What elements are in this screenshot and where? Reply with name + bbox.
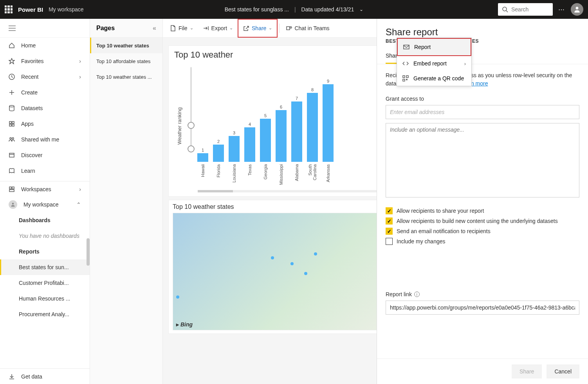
nav-discover[interactable]: Discover bbox=[0, 147, 90, 163]
svg-rect-28 bbox=[406, 79, 407, 80]
email-input[interactable] bbox=[386, 105, 579, 119]
discover-icon bbox=[9, 152, 15, 158]
svg-rect-24 bbox=[404, 45, 409, 49]
y-axis-label: Weather ranking bbox=[174, 63, 185, 188]
bar[interactable]: 4Texas bbox=[243, 122, 256, 162]
file-icon bbox=[170, 25, 176, 31]
export-button[interactable]: Export⌄ bbox=[198, 19, 238, 38]
report-item[interactable]: Procurement Analy... bbox=[0, 306, 90, 322]
bar-category-label: Arkansas bbox=[326, 164, 330, 188]
svg-point-9 bbox=[9, 105, 14, 107]
chevron-up-icon: ⌃ bbox=[76, 201, 81, 208]
bar[interactable]: 3Louisiana bbox=[228, 130, 240, 162]
map-point bbox=[290, 262, 294, 265]
chevron-down-icon[interactable]: ⌄ bbox=[359, 7, 363, 12]
chevron-down-icon: ⌄ bbox=[190, 25, 193, 31]
embed-report-option[interactable]: Embed report› bbox=[397, 56, 471, 71]
bar-value-label: 8 bbox=[311, 87, 314, 92]
map-point bbox=[271, 256, 274, 259]
hamburger-button[interactable] bbox=[0, 19, 90, 38]
bar[interactable]: 9Arkansas bbox=[322, 79, 334, 162]
nav-shared[interactable]: Shared with me bbox=[0, 132, 90, 147]
bar-value-label: 2 bbox=[217, 139, 220, 144]
get-data-icon bbox=[9, 373, 15, 380]
checkbox[interactable] bbox=[386, 207, 393, 214]
info-icon[interactable]: i bbox=[414, 292, 420, 297]
collapse-pages-icon[interactable]: « bbox=[153, 25, 156, 32]
search-input[interactable] bbox=[511, 6, 543, 13]
bar[interactable]: 6Mississippi bbox=[275, 105, 287, 162]
svg-point-23 bbox=[290, 27, 292, 28]
app-header: Power BI My workspace Best states for su… bbox=[0, 0, 588, 19]
workspace-label[interactable]: My workspace bbox=[49, 6, 83, 13]
search-box[interactable] bbox=[498, 3, 553, 16]
nav-favorites[interactable]: Favorites› bbox=[0, 53, 90, 69]
page-tab[interactable]: Top 10 weather states ... bbox=[90, 69, 162, 85]
share-dropdown: Report Embed report› Generate a QR code bbox=[397, 38, 472, 86]
svg-point-14 bbox=[10, 138, 11, 139]
separator bbox=[279, 24, 280, 33]
chart-slider[interactable] bbox=[185, 63, 197, 188]
nav-home[interactable]: Home bbox=[0, 38, 90, 53]
page-tab[interactable]: Top 10 affordable states bbox=[90, 53, 162, 69]
more-icon[interactable]: ⋯ bbox=[558, 6, 565, 13]
home-icon bbox=[9, 42, 15, 49]
svg-point-15 bbox=[12, 138, 14, 139]
nav-workspaces[interactable]: Workspaces› bbox=[0, 181, 90, 197]
data-updated-label[interactable]: Data updated 4/13/21 bbox=[301, 6, 354, 13]
nav-learn[interactable]: Learn bbox=[0, 163, 90, 179]
report-item[interactable]: Human Resources ... bbox=[0, 291, 90, 306]
bar-category-label: Louisiana bbox=[232, 164, 236, 188]
nav-apps[interactable]: Apps bbox=[0, 116, 90, 132]
chat-teams-button[interactable]: Chat in Teams bbox=[281, 19, 334, 38]
nav-recent[interactable]: Recent› bbox=[0, 69, 90, 85]
no-dashboards-label: You have no dashboards bbox=[0, 228, 90, 244]
bar[interactable]: 7Alabama bbox=[290, 96, 303, 162]
report-link-field[interactable] bbox=[386, 301, 579, 315]
person-icon bbox=[9, 200, 17, 209]
page-tab[interactable]: Top 10 weather states bbox=[90, 38, 162, 53]
checkbox-row: Send an email notification to recipients bbox=[386, 228, 579, 235]
svg-rect-20 bbox=[9, 190, 14, 192]
share-button[interactable]: Share⌄ bbox=[238, 19, 278, 38]
clock-icon bbox=[9, 74, 15, 80]
share-report-option[interactable]: Report bbox=[397, 38, 471, 56]
svg-rect-27 bbox=[403, 79, 405, 81]
bar[interactable]: 8South Carolina bbox=[306, 87, 319, 162]
bar-value-label: 6 bbox=[280, 105, 282, 109]
svg-rect-11 bbox=[12, 121, 14, 123]
section-reports[interactable]: Reports bbox=[0, 244, 90, 259]
nav-my-workspace[interactable]: My workspace⌃ bbox=[0, 197, 90, 212]
nav-get-data[interactable]: Get data bbox=[0, 368, 90, 384]
app-launcher-icon[interactable] bbox=[5, 5, 13, 13]
checkbox[interactable] bbox=[386, 217, 393, 225]
user-avatar[interactable] bbox=[571, 3, 583, 16]
checkbox[interactable] bbox=[386, 228, 393, 235]
bar[interactable]: 1Hawaii bbox=[197, 148, 209, 162]
report-item[interactable]: Customer Profitabi... bbox=[0, 275, 90, 291]
export-icon bbox=[203, 25, 209, 31]
scrollbar[interactable] bbox=[87, 238, 90, 344]
message-textarea[interactable] bbox=[386, 123, 579, 197]
section-dashboards[interactable]: Dashboards bbox=[0, 212, 90, 228]
nav-create[interactable]: Create bbox=[0, 85, 90, 100]
chevron-right-icon: › bbox=[79, 58, 81, 64]
separator: | bbox=[294, 6, 296, 13]
bar[interactable]: 5Georgia bbox=[259, 113, 272, 162]
qr-code-option[interactable]: Generate a QR code bbox=[397, 71, 471, 86]
report-title[interactable]: Best states for sunglass ... bbox=[225, 6, 289, 13]
file-button[interactable]: File⌄ bbox=[165, 19, 198, 38]
teams-icon bbox=[286, 25, 292, 31]
report-item[interactable]: Best states for sun... bbox=[0, 259, 90, 275]
checkbox-row: Include my changes bbox=[386, 238, 579, 245]
cancel-button[interactable]: Cancel bbox=[547, 364, 579, 379]
bar-category-label: South Carolina bbox=[308, 164, 317, 188]
checkbox[interactable] bbox=[386, 238, 393, 245]
nav-datasets[interactable]: Datasets bbox=[0, 100, 90, 116]
bar[interactable]: 2Florida bbox=[212, 139, 225, 162]
bar-value-label: 1 bbox=[202, 148, 204, 152]
share-submit-button[interactable]: Share bbox=[512, 364, 542, 379]
bar-value-label: 3 bbox=[233, 130, 235, 135]
star-icon bbox=[9, 58, 15, 64]
grant-access-label: Grant access to bbox=[386, 96, 579, 102]
